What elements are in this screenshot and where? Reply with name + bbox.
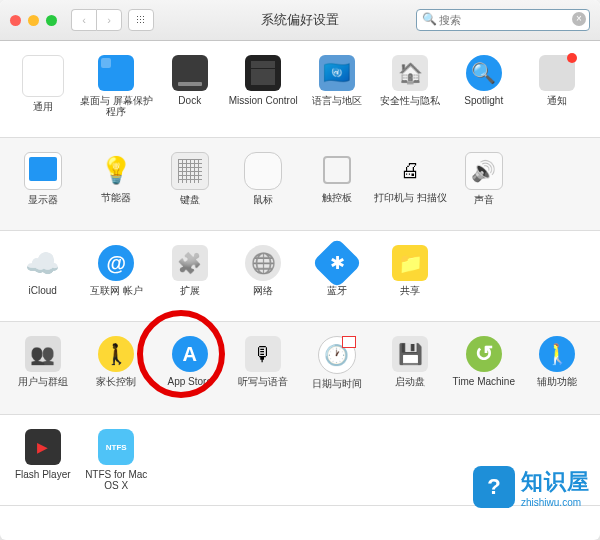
system-preferences-window: ‹ › 系统偏好设置 🔍 × 通用桌面与 屏幕保护程序DockMission C… xyxy=(0,0,600,540)
nav-back-forward: ‹ › xyxy=(71,9,122,31)
pref-label: 语言与地区 xyxy=(312,95,362,117)
pref-label: Spotlight xyxy=(464,95,503,117)
time-machine-icon xyxy=(466,336,502,372)
pref-item-network[interactable]: 网络 xyxy=(227,245,301,307)
pref-label: 启动盘 xyxy=(395,376,425,398)
dock-icon xyxy=(172,55,208,91)
pref-item-flash[interactable]: Flash Player xyxy=(6,429,80,491)
pref-label: 节能器 xyxy=(101,192,131,214)
forward-button[interactable]: › xyxy=(96,9,122,31)
close-button[interactable] xyxy=(10,15,21,26)
pref-label: 蓝牙 xyxy=(327,285,347,307)
pref-row: 显示器节能器键盘鼠标触控板打印机与 扫描仪声音 xyxy=(0,138,600,231)
watermark-title: 知识屋 xyxy=(521,467,590,497)
pref-item-lang[interactable]: 语言与地区 xyxy=(300,55,374,123)
pref-label: 网络 xyxy=(253,285,273,307)
extensions-icon xyxy=(172,245,208,281)
internet-accounts-icon xyxy=(98,245,134,281)
pref-item-display[interactable]: 显示器 xyxy=(6,152,80,216)
energy-saver-icon xyxy=(98,152,134,188)
accessibility-icon xyxy=(539,336,575,372)
pref-item-startup[interactable]: 启动盘 xyxy=(374,336,448,400)
pref-item-users[interactable]: 用户与群组 xyxy=(6,336,80,400)
network-icon xyxy=(245,245,281,281)
dictation-speech-icon xyxy=(245,336,281,372)
titlebar: ‹ › 系统偏好设置 🔍 × xyxy=(0,0,600,41)
back-button[interactable]: ‹ xyxy=(71,9,96,31)
pref-item-appstore[interactable]: App Store xyxy=(153,336,227,400)
pref-item-mouse[interactable]: 鼠标 xyxy=(227,152,301,216)
pref-item-trackpad[interactable]: 触控板 xyxy=(300,152,374,216)
pref-item-mission[interactable]: Mission Control xyxy=(227,55,301,123)
app-store-icon xyxy=(172,336,208,372)
desktop-icon xyxy=(98,55,134,91)
pref-item-sharing[interactable]: 共享 xyxy=(374,245,448,307)
keyboard-icon xyxy=(171,152,209,190)
displays-icon xyxy=(24,152,62,190)
pref-item-dictation[interactable]: 听写与语音 xyxy=(227,336,301,400)
pref-label: 共享 xyxy=(400,285,420,307)
pref-label: 显示器 xyxy=(28,194,58,216)
watermark-url: zhishiwu.com xyxy=(521,497,590,508)
pref-item-parental[interactable]: 家长控制 xyxy=(80,336,154,400)
pref-label: 键盘 xyxy=(180,194,200,216)
pref-item-timemachine[interactable]: Time Machine xyxy=(447,336,521,400)
pref-label: Mission Control xyxy=(229,95,298,117)
window-controls xyxy=(10,15,57,26)
watermark: ? 知识屋 zhishiwu.com xyxy=(473,466,590,508)
icloud-icon xyxy=(25,245,61,281)
pref-label: 用户与群组 xyxy=(18,376,68,398)
parental-controls-icon xyxy=(98,336,134,372)
general-icon xyxy=(22,55,64,97)
pref-label: 鼠标 xyxy=(253,194,273,216)
pref-label: 桌面与 屏幕保护程序 xyxy=(80,95,154,117)
pref-item-a11y[interactable]: 辅助功能 xyxy=(521,336,595,400)
date-time-icon xyxy=(318,336,356,374)
pref-item-dock[interactable]: Dock xyxy=(153,55,227,123)
pref-label: 声音 xyxy=(474,194,494,216)
pref-label: 通用 xyxy=(33,101,53,123)
security-privacy-icon xyxy=(392,55,428,91)
pref-label: NTFS for Mac OS X xyxy=(80,469,154,491)
pref-label: 打印机与 扫描仪 xyxy=(374,192,447,214)
pref-item-keyboard[interactable]: 键盘 xyxy=(153,152,227,216)
pref-item-datetime[interactable]: 日期与时间 xyxy=(300,336,374,400)
pref-label: App Store xyxy=(168,376,212,398)
pref-label: 家长控制 xyxy=(96,376,136,398)
pref-item-printer[interactable]: 打印机与 扫描仪 xyxy=(374,152,448,216)
pref-item-icloud[interactable]: iCloud xyxy=(6,245,80,307)
pref-item-bluetooth[interactable]: 蓝牙 xyxy=(300,245,374,307)
pref-item-ext[interactable]: 扩展 xyxy=(153,245,227,307)
zoom-button[interactable] xyxy=(46,15,57,26)
pref-item-security[interactable]: 安全性与隐私 xyxy=(374,55,448,123)
pref-item-sound[interactable]: 声音 xyxy=(447,152,521,216)
pref-item-desktop[interactable]: 桌面与 屏幕保护程序 xyxy=(80,55,154,123)
startup-disk-icon xyxy=(392,336,428,372)
pref-item-energy[interactable]: 节能器 xyxy=(80,152,154,216)
ntfs-icon xyxy=(98,429,134,465)
pref-label: 安全性与隐私 xyxy=(380,95,440,117)
pref-label: 辅助功能 xyxy=(537,376,577,398)
pref-item-ntfs[interactable]: NTFS for Mac OS X xyxy=(80,429,154,491)
pref-row: iCloud互联网 帐户扩展网络蓝牙共享 xyxy=(0,231,600,322)
users-groups-icon xyxy=(25,336,61,372)
watermark-logo-icon: ? xyxy=(473,466,515,508)
mission-control-icon xyxy=(245,55,281,91)
pref-item-general[interactable]: 通用 xyxy=(6,55,80,123)
pref-label: Flash Player xyxy=(15,469,71,491)
search-input[interactable] xyxy=(416,9,590,31)
printers-scanners-icon xyxy=(392,152,428,188)
pref-item-internet[interactable]: 互联网 帐户 xyxy=(80,245,154,307)
pref-item-notif[interactable]: 通知 xyxy=(521,55,595,123)
pref-item-spotlight[interactable]: Spotlight xyxy=(447,55,521,123)
minimize-button[interactable] xyxy=(28,15,39,26)
mouse-icon xyxy=(244,152,282,190)
pref-label: 听写与语音 xyxy=(238,376,288,398)
pref-label: 通知 xyxy=(547,95,567,117)
window-title: 系统偏好设置 xyxy=(261,11,339,29)
sound-icon xyxy=(465,152,503,190)
notifications-icon xyxy=(539,55,575,91)
show-all-button[interactable] xyxy=(128,9,154,31)
clear-search-icon[interactable]: × xyxy=(572,12,586,26)
pref-label: 互联网 帐户 xyxy=(90,285,143,307)
